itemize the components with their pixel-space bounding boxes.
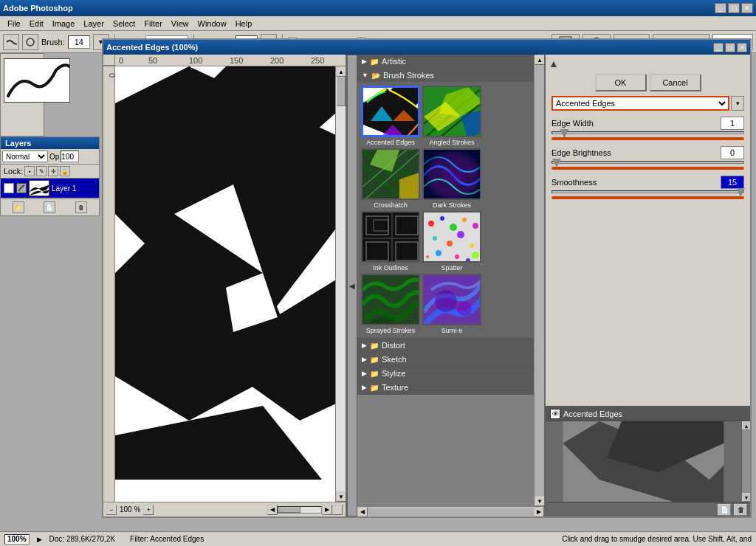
minimize-button[interactable]: _ <box>715 3 726 13</box>
layer-eye[interactable]: 👁 <box>4 183 14 193</box>
filter-vscroll-down[interactable]: ▼ <box>535 496 544 506</box>
hscroll-thumb[interactable] <box>278 507 300 513</box>
lock-position[interactable]: ✛ <box>48 166 58 176</box>
win-close[interactable]: ✕ <box>737 43 747 52</box>
opacity-input[interactable] <box>61 151 79 162</box>
win-min[interactable]: _ <box>713 43 724 52</box>
filter-thumb-sprayed-strokes[interactable]: Sprayed Strokes <box>361 274 420 334</box>
menu-help[interactable]: Help <box>231 18 257 30</box>
right-panel: ▲ OK Cancel Accented Edges ▾ <box>546 55 750 516</box>
tool-smudge[interactable] <box>3 34 19 50</box>
svg-point-49 <box>433 236 437 241</box>
hscroll-left[interactable]: ◀ <box>267 505 278 515</box>
preview-delete-btn[interactable]: 🗑 <box>734 504 747 516</box>
win-max[interactable]: ◻ <box>725 43 735 52</box>
filter-hscroll-right[interactable]: ▶ <box>534 507 544 517</box>
filter-panel-hscrollbar: ◀ ▶ <box>357 506 544 516</box>
preview-new-btn[interactable]: 📄 <box>718 504 731 516</box>
new-layer-btn[interactable]: 📄 <box>44 201 55 213</box>
category-brush-strokes-header[interactable]: ▼ 📂 Brush Strokes <box>357 69 534 82</box>
preview-vscrollbar[interactable]: ▲ ▼ <box>741 421 750 502</box>
svg-point-53 <box>436 250 441 256</box>
filter-thumb-ink-outlines[interactable]: Ink Outlines <box>361 211 420 272</box>
lock-label: Lock: <box>4 167 23 176</box>
canvas-bottom-bar: − 100 % + ◀ ▶ <box>103 502 346 516</box>
status-doc: Doc: 289,6K/270,2K <box>49 535 116 543</box>
category-texture: ▶ 📁 Texture <box>357 381 534 395</box>
filter-dropdown-arrow[interactable]: ▾ <box>731 96 744 111</box>
ok-button[interactable]: OK <box>595 74 647 91</box>
menu-layer[interactable]: Layer <box>79 18 109 30</box>
brush-strokes-folder-icon: 📂 <box>371 72 380 80</box>
zoom-decrease[interactable]: − <box>106 505 117 515</box>
category-stylize-header[interactable]: ▶ 📁 Stylize <box>357 367 534 380</box>
angled-strokes-label: Angled Strokes <box>422 139 481 146</box>
tool-option[interactable] <box>22 34 38 50</box>
smoothness-slider-bar[interactable] <box>551 196 744 199</box>
dark-strokes-label: Dark Strokes <box>422 201 481 209</box>
category-sketch-header[interactable]: ▶ 📁 Sketch <box>357 353 534 366</box>
menu-image[interactable]: Image <box>48 18 80 30</box>
svg-point-45 <box>440 216 444 221</box>
filter-thumb-dark-strokes[interactable]: Dark Strokes <box>422 148 481 209</box>
menu-window[interactable]: Window <box>193 18 231 30</box>
status-arrow: ▶ <box>37 536 42 543</box>
filter-thumb-crosshatch[interactable]: Crosshatch <box>361 148 420 209</box>
edge-brightness-input[interactable] <box>721 146 744 159</box>
svg-point-46 <box>450 224 457 231</box>
filter-thumb-spatter[interactable]: Spatter <box>422 211 481 272</box>
zoom-increase[interactable]: + <box>143 505 154 515</box>
filter-vscroll-up[interactable]: ▲ <box>535 55 544 65</box>
menu-view[interactable]: View <box>167 18 193 30</box>
svg-text:100: 100 <box>189 56 202 65</box>
slider-edge-brightness: Edge Brightness <box>551 146 744 170</box>
layers-blend-select[interactable]: Normal <box>2 151 48 162</box>
cancel-button[interactable]: Cancel <box>650 74 701 91</box>
brush-size-input[interactable] <box>68 35 90 49</box>
preview-footer: 📄 🗑 <box>546 502 750 516</box>
menu-file[interactable]: File <box>3 18 25 30</box>
new-layer-set-btn[interactable]: 📁 <box>13 201 24 213</box>
filter-select-area: Accented Edges ▾ <box>546 96 750 111</box>
filter-thumb-accented-edges[interactable]: Accented Edges <box>361 86 420 146</box>
menu-filter[interactable]: Filter <box>140 18 166 30</box>
vscroll-down[interactable]: ▼ <box>336 491 346 502</box>
menu-edit[interactable]: Edit <box>25 18 48 30</box>
filter-thumb-sumi-e[interactable]: Sumi-e <box>422 274 481 334</box>
edge-width-input[interactable] <box>721 117 744 130</box>
brush-strokes-label: Brush Strokes <box>383 71 434 80</box>
svg-text:200: 200 <box>270 56 284 65</box>
preview-scroll-down[interactable]: ▼ <box>742 493 750 502</box>
lock-paint[interactable]: ✎ <box>36 166 47 176</box>
vscroll-up[interactable]: ▲ <box>336 66 346 77</box>
category-artistic-header[interactable]: ▶ 📁 Artistic <box>357 55 534 68</box>
canvas-vscrollbar[interactable]: ▲ ▼ <box>335 66 346 502</box>
hscroll-right[interactable]: ▶ <box>322 505 332 515</box>
category-distort-header[interactable]: ▶ 📁 Distort <box>357 339 534 352</box>
texture-label: Texture <box>382 383 408 392</box>
close-button[interactable]: ✕ <box>741 3 753 13</box>
edge-brightness-slider-bar[interactable] <box>551 167 744 170</box>
filter-hscroll-left[interactable]: ◀ <box>357 507 368 517</box>
edge-width-slider-bar[interactable] <box>551 137 744 140</box>
category-texture-header[interactable]: ▶ 📁 Texture <box>357 381 534 394</box>
restore-button[interactable]: ◻ <box>728 3 740 13</box>
lock-transparency[interactable]: ▪ <box>24 166 35 176</box>
svg-point-51 <box>457 231 464 238</box>
layer-row-active[interactable]: 👁 Layer 1 <box>1 179 99 198</box>
vscroll-thumb[interactable] <box>337 77 346 106</box>
canvas-content[interactable] <box>115 66 335 502</box>
collapse-right-panel-arrow[interactable]: ▲ <box>549 58 559 69</box>
lock-all[interactable]: 🔒 <box>60 166 70 176</box>
delete-layer-btn[interactable]: 🗑 <box>75 201 87 213</box>
collapse-panel-arrow[interactable]: ◀ <box>347 55 357 516</box>
menu-select[interactable]: Select <box>109 18 140 30</box>
filter-dropdown[interactable]: Accented Edges <box>551 96 729 111</box>
smoothness-input[interactable] <box>721 176 744 189</box>
preview-panel: 👁 Accented Edges ▲ <box>546 406 750 516</box>
preview-eye-icon[interactable]: 👁 <box>550 409 560 419</box>
filter-thumb-angled-strokes[interactable]: Angled Strokes <box>422 86 481 146</box>
filter-panel-vscrollbar[interactable]: ▲ ▼ <box>534 55 544 506</box>
preview-scroll-up[interactable]: ▲ <box>742 421 750 430</box>
ruler-vertical: 0 <box>103 66 115 502</box>
